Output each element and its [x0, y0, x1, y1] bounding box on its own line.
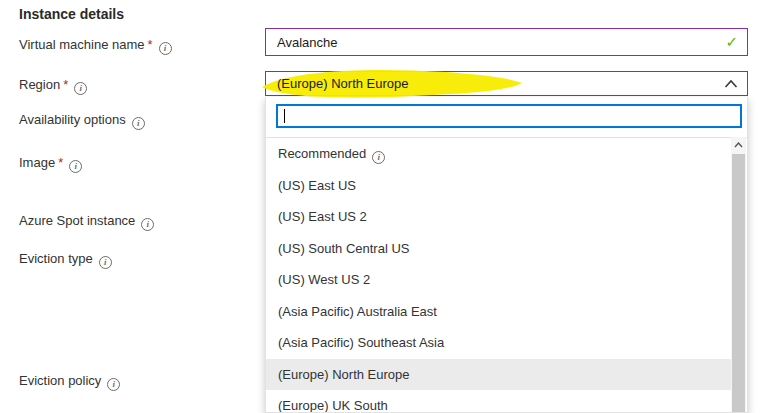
info-icon[interactable]: i — [74, 82, 87, 95]
required-asterisk: * — [148, 37, 153, 52]
field-label-region: Region*i — [19, 77, 87, 93]
field-label-availability-options: Availability optionsi — [19, 112, 145, 128]
vm-name-value: Avalanche — [266, 35, 337, 50]
info-icon[interactable]: i — [132, 117, 145, 130]
info-icon[interactable]: i — [159, 42, 172, 55]
region-option[interactable]: (Europe) UK South — [266, 390, 732, 412]
text-caret — [284, 109, 285, 123]
field-label-eviction-policy: Eviction policyi — [19, 373, 120, 389]
region-selected-value: (Europe) North Europe — [266, 76, 409, 91]
region-option[interactable]: (Asia Pacific) Australia East — [266, 296, 732, 328]
info-icon[interactable]: i — [69, 160, 82, 173]
region-dropdown[interactable]: (Europe) North Europe — [265, 71, 748, 96]
field-label-azure-spot-instance: Azure Spot instancei — [19, 213, 154, 229]
region-search-box[interactable] — [276, 104, 742, 128]
region-option[interactable]: (US) East US — [266, 170, 732, 202]
label-text: Availability options — [19, 112, 126, 127]
label-text: Eviction type — [19, 251, 93, 266]
region-search-input[interactable] — [278, 106, 740, 126]
label-text: Azure Spot instance — [19, 213, 135, 228]
region-option[interactable]: (US) South Central US — [266, 233, 732, 265]
info-icon[interactable]: i — [141, 218, 154, 231]
label-text: Image — [19, 155, 55, 170]
instance-details-section: Instance details Virtual machine name*i … — [0, 0, 769, 413]
field-label-image: Image*i — [19, 155, 82, 171]
scrollbar-thumb[interactable] — [732, 154, 745, 412]
region-option-list: Recommendedi (US) East US (US) East US 2… — [266, 137, 747, 412]
valid-check-icon: ✓ — [725, 33, 738, 51]
chevron-up-icon — [724, 79, 738, 88]
region-flyout: Recommendedi (US) East US (US) East US 2… — [265, 97, 748, 413]
info-icon[interactable]: i — [372, 151, 385, 164]
label-text: Virtual machine name — [19, 37, 145, 52]
group-header-recommended: Recommendedi — [266, 138, 732, 170]
group-header-text: Recommended — [278, 146, 366, 161]
field-label-eviction-type: Eviction typei — [19, 251, 112, 267]
region-option-selected[interactable]: (Europe) North Europe — [266, 359, 732, 391]
label-text: Eviction policy — [19, 373, 101, 388]
required-asterisk: * — [58, 155, 63, 170]
flyout-scrollbar[interactable] — [731, 137, 746, 412]
region-option[interactable]: (US) East US 2 — [266, 201, 732, 233]
info-icon[interactable]: i — [99, 256, 112, 269]
region-option[interactable]: (US) West US 2 — [266, 264, 732, 296]
field-label-virtual-machine-name: Virtual machine name*i — [19, 37, 172, 53]
label-text: Region — [19, 77, 60, 92]
section-title: Instance details — [19, 6, 124, 22]
scrollbar-up-arrow-icon[interactable] — [731, 137, 746, 153]
vm-name-input[interactable]: Avalanche ✓ — [265, 28, 748, 56]
info-icon[interactable]: i — [107, 378, 120, 391]
required-asterisk: * — [63, 77, 68, 92]
region-option[interactable]: (Asia Pacific) Southeast Asia — [266, 327, 732, 359]
